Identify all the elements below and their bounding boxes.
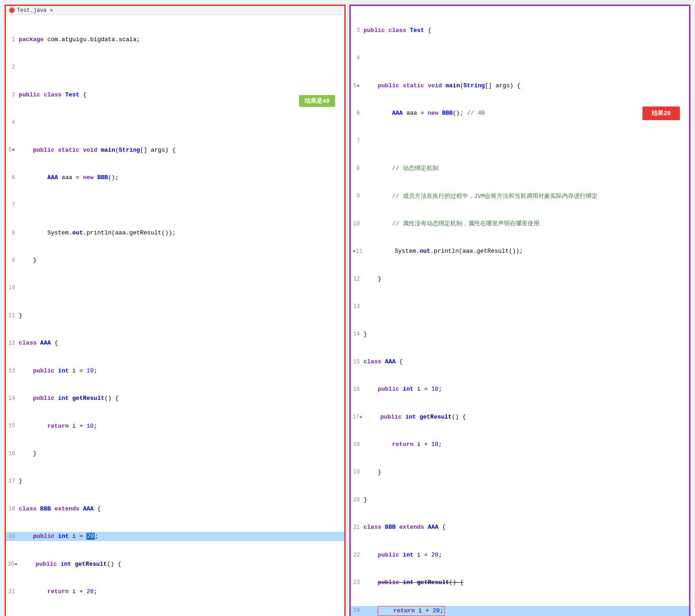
line-8: 8 System.out.println(aaa.getResult()); (6, 228, 344, 238)
r-line-20: 20} (351, 495, 689, 504)
line-10: 10 (6, 284, 344, 293)
top-row: 🔴 Test.java ✕ 1package com.atguigu.bigda… (5, 5, 690, 616)
line-2: 2 (6, 63, 344, 72)
line-17: 17} (6, 477, 344, 486)
r-line-19: 19 } (351, 468, 689, 477)
line-18: 18class BBB extends AAA { (6, 504, 344, 514)
line-6: 6 AAA aaa = new BBB(); (6, 173, 344, 182)
left-code-panel: 🔴 Test.java ✕ 1package com.atguigu.bigda… (5, 5, 346, 616)
r-line-22: 22 public int i = 20; (351, 551, 689, 560)
r-line-23: 23 public int getResult() { (351, 578, 689, 587)
line-20: 20● public int getResult() { (6, 560, 344, 569)
r-line-21: 21class BBB extends AAA { (351, 523, 689, 532)
result-balloon-green: 结果是40 (299, 95, 335, 107)
r-line-8: 8 // 动态绑定机制 (351, 164, 689, 173)
line-13: 13 public int i = 10; (6, 366, 344, 376)
file-icon: 🔴 (9, 7, 15, 13)
r-line-6: 6 AAA aaa = new BBB(); // 40 (351, 109, 689, 118)
r-line-5: 5● public static void main(String[] args… (351, 81, 689, 90)
line-16: 16 } (6, 449, 344, 458)
line-19: 19 public int i = 20; (6, 532, 344, 541)
r-line-12: 12 } (351, 275, 689, 284)
r-line-11: ●11 System.out.println(aaa.getResult()); (351, 247, 689, 256)
r-line-7: 7 (351, 137, 689, 146)
r-line-3: 3public class Test { (351, 26, 689, 35)
r-line-16: 16 public int i = 10; (351, 385, 689, 394)
line-14: 14 public int getResult() { (6, 394, 344, 403)
r-line-9: 9 // 成员方法在执行的过程中，JVM会将方法和当前调用对象实际内存进行绑定 (351, 192, 689, 201)
line-4: 4 (6, 118, 344, 127)
r-line-24: 24 return i + 20; (351, 606, 689, 616)
line-3: 3public class Test { (6, 90, 344, 100)
code-area-right: 3public class Test { 4 5● public static … (351, 6, 689, 616)
r-line-10: 10 // 属性没有动态绑定机制，属性在哪里声明在哪里使用 (351, 219, 689, 228)
tab-bar-left: 🔴 Test.java ✕ (6, 6, 344, 15)
result-balloon-red: 结果20 (642, 106, 680, 120)
tab-label: Test.java ✕ (17, 7, 53, 14)
right-code-panel: 3public class Test { 4 5● public static … (349, 5, 690, 616)
code-area-left: 1package com.atguigu.bigdata.scala; 2 3p… (6, 15, 344, 616)
r-line-17: 17● public int getResult() { (351, 413, 689, 422)
line-21: 21 return i + 20; (6, 587, 344, 596)
line-12: 12class AAA { (6, 339, 344, 348)
r-line-18: 18 return i + 10; (351, 440, 689, 449)
line-15: 15 return i + 10; (6, 422, 344, 431)
r-line-15: 15class AAA { (351, 357, 689, 366)
line-1: 1package com.atguigu.bigdata.scala; (6, 35, 344, 44)
r-line-13: 13 (351, 302, 689, 311)
line-5: 5● public static void main(String[] args… (6, 146, 344, 155)
r-line-14: 14} (351, 330, 689, 339)
r-line-4: 4 (351, 54, 689, 63)
line-11: 11} (6, 311, 344, 320)
line-7: 7 (6, 201, 344, 210)
line-9: 9 } (6, 256, 344, 265)
